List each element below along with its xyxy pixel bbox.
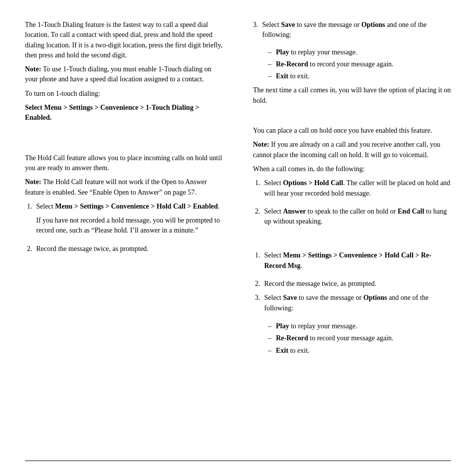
section-rerecord-msg: 1. Select Menu > Settings > Convenience … — [253, 250, 451, 355]
options-bold-2: Options — [363, 294, 387, 301]
rerecord-step-3: 3. Select Save to save the message or Op… — [253, 293, 451, 317]
rerecord-substeps: Play to replay your message. Re-Record t… — [268, 321, 451, 356]
page-container: The 1-Touch Dialing feature is the faste… — [0, 0, 476, 476]
1touch-intro: The 1-Touch Dialing feature is the faste… — [25, 20, 223, 60]
right-column: 3. Select Save to save the message or Op… — [245, 20, 451, 451]
hold-note-right-label: Note: — [253, 141, 269, 148]
options-hold-bold: Options > Hold Call — [283, 179, 343, 187]
when-step-2-text: Select Answer to speak to the caller on … — [264, 207, 452, 227]
hold-call-steps: 1. Select Menu > Settings > Convenience … — [25, 202, 223, 254]
play-bold-2: Play — [276, 322, 289, 330]
substep-rerecord: Re-Record to record your message again. — [268, 59, 451, 69]
spacer-right-2 — [253, 240, 451, 250]
answer-bold: Answer — [283, 208, 306, 215]
rerecord-bold: Re-Record — [276, 60, 308, 68]
step-num-2: 2. — [27, 244, 32, 254]
play-bold: Play — [276, 48, 289, 56]
when-step-2: 2. Select Answer to speak to the caller … — [253, 207, 451, 231]
spacer-2 — [25, 143, 223, 153]
substep-play: Play to replay your message. — [268, 47, 451, 57]
step-num-1: 1. — [27, 202, 32, 240]
exit-bold-2: Exit — [276, 347, 288, 354]
rerecord-step-3-num: 3. — [255, 293, 260, 317]
step-2-text: Record the message twice, as prompted. — [36, 244, 149, 254]
hold-note-right: Note: If you are already on a call and y… — [253, 140, 451, 160]
step-1-content: Select Menu > Settings > Convenience > H… — [36, 202, 224, 240]
rerecord-bold-2: Re-Record — [276, 334, 308, 342]
when-call-steps: 1. Select Options > Hold Call. The calle… — [253, 178, 451, 231]
step-1-sub: If you have not recorded a hold message,… — [36, 216, 224, 236]
turn-on-text: To turn on 1-touch dialing: — [25, 89, 223, 99]
left-column: The 1-Touch Dialing feature is the faste… — [25, 20, 231, 451]
rerecord-steps: 1. Select Menu > Settings > Convenience … — [253, 250, 451, 317]
right-step3-num: 3. — [253, 20, 258, 44]
right-step3-text: Select Save to save the message or Optio… — [262, 20, 452, 40]
right-substeps-1: Play to replay your message. Re-Record t… — [268, 47, 451, 82]
step-1-menu-path: Menu > Settings > Convenience > Hold Cal… — [55, 203, 218, 210]
when-step-1: 1. Select Options > Hold Call. The calle… — [253, 178, 451, 203]
rerecord-substep-rerecord: Re-Record to record your message again. — [268, 333, 451, 343]
rerecord-step-2: 2. Record the message twice, as prompted… — [253, 279, 451, 289]
hold-step-2: 2. Record the message twice, as prompted… — [25, 244, 223, 254]
when-step-1-num: 1. — [255, 178, 260, 203]
spacer-1 — [25, 133, 223, 143]
bottom-divider — [25, 461, 451, 461]
hold-step-1: 1. Select Menu > Settings > Convenience … — [25, 202, 223, 240]
rerecord-substep-play: Play to replay your message. — [268, 321, 451, 331]
save-bold-2: Save — [283, 294, 297, 301]
hold-enabled-para: You can place a call on hold once you ha… — [253, 126, 451, 136]
rerecord-step-3-text: Select Save to save the message or Optio… — [264, 293, 452, 313]
when-step-2-num: 2. — [255, 207, 260, 231]
end-call-bold: End Call — [398, 208, 424, 215]
when-step-1-text: Select Options > Hold Call. The caller w… — [264, 178, 452, 199]
next-time-text: The next time a call comes in, you will … — [253, 85, 451, 106]
options-bold: Options — [361, 21, 385, 28]
rerecord-menu-path: Menu > Settings > Convenience > Hold Cal… — [264, 251, 432, 269]
section-hold-call: The Hold Call feature allows you to plac… — [25, 153, 223, 254]
rerecord-step-1-num: 1. — [255, 250, 260, 275]
step-1-text: Select Menu > Settings > Convenience > H… — [36, 202, 224, 212]
hold-call-intro: The Hold Call feature allows you to plac… — [25, 153, 223, 174]
exit-bold: Exit — [276, 72, 288, 80]
rerecord-step-1-text: Select Menu > Settings > Convenience > H… — [264, 250, 452, 271]
hold-note-text: The Hold Call feature will not work if t… — [25, 178, 207, 196]
rerecord-step-2-text: Record the message twice, as prompted. — [264, 279, 377, 289]
right-step3-row: 3. Select Save to save the message or Op… — [253, 20, 451, 44]
hold-call-note: Note: The Hold Call feature will not wor… — [25, 177, 223, 198]
content-area: The 1-Touch Dialing feature is the faste… — [25, 20, 451, 451]
rerecord-step-1: 1. Select Menu > Settings > Convenience … — [253, 250, 451, 275]
section-right-step3: 3. Select Save to save the message or Op… — [253, 20, 451, 106]
section-hold-call-desc: You can place a call on hold once you ha… — [253, 126, 451, 231]
when-call-comes: When a call comes in, do the following: — [253, 164, 451, 174]
1touch-note: Note: To use 1-Touch dialing, you must e… — [25, 64, 223, 85]
note-text: To use 1-Touch dialing, you must enable … — [25, 65, 212, 83]
substep-exit: Exit to exit. — [268, 71, 451, 81]
spacer-right-1 — [253, 116, 451, 126]
section-1touch-dialing: The 1-Touch Dialing feature is the faste… — [25, 20, 223, 123]
hold-note-right-text: If you are already on a call and you rec… — [253, 141, 441, 158]
hold-note-label: Note: — [25, 178, 41, 186]
rerecord-step-2-num: 2. — [255, 279, 260, 289]
save-bold: Save — [281, 21, 295, 28]
menu-path-1touch: Select Menu > Settings > Convenience > 1… — [25, 103, 223, 123]
rerecord-substep-exit: Exit to exit. — [268, 346, 451, 356]
note-label: Note: — [25, 65, 41, 73]
